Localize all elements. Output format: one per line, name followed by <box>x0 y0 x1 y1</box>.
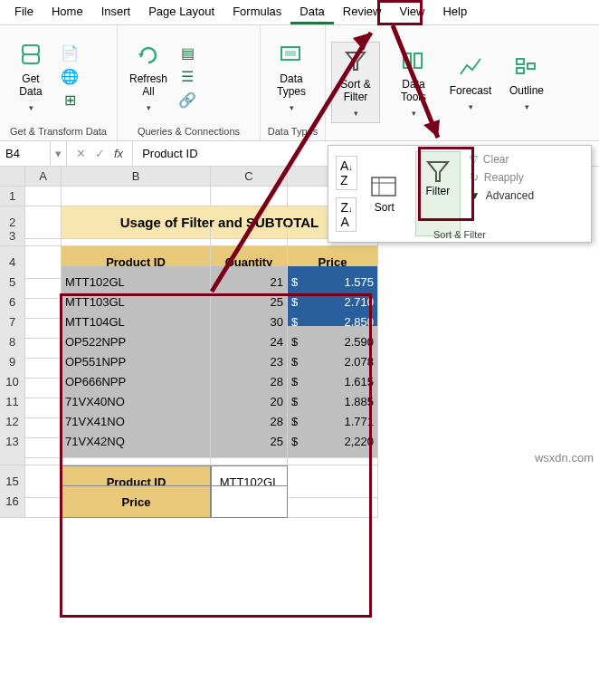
menu-review[interactable]: Review <box>334 0 391 24</box>
from-text-icon[interactable]: 📄 <box>60 43 80 63</box>
advanced-button[interactable]: ▼Advanced <box>470 189 585 202</box>
col-header[interactable]: B <box>62 167 211 187</box>
group-label: Data Types <box>266 124 319 140</box>
lookup-value[interactable] <box>211 485 288 518</box>
cell[interactable] <box>62 187 211 206</box>
enter-icon: ✓ <box>95 147 105 160</box>
cell[interactable] <box>25 187 62 206</box>
queries-icon[interactable]: ▤ <box>177 43 197 63</box>
cell[interactable] <box>62 226 211 246</box>
svg-rect-7 <box>414 53 422 68</box>
menu-bar: File Home Insert Page Layout Formulas Da… <box>0 0 599 25</box>
menu-formulas[interactable]: Formulas <box>223 0 290 24</box>
row-header[interactable]: 16 <box>0 485 25 518</box>
chevron-down-icon <box>469 100 473 112</box>
menu-home[interactable]: Home <box>43 0 92 24</box>
lookup-label: Price <box>62 485 211 518</box>
group-label: Get & Transform Data <box>5 124 111 140</box>
dropdown-footer: Sort & Filter <box>328 229 591 240</box>
funnel-icon <box>340 45 371 76</box>
cell[interactable] <box>211 226 288 246</box>
filter-button[interactable]: Filter <box>415 151 461 236</box>
clear-icon: ▽ <box>470 153 478 166</box>
cell[interactable] <box>25 226 62 246</box>
refresh-all-button[interactable]: Refresh All <box>123 36 174 118</box>
svg-rect-9 <box>517 68 524 73</box>
row-header[interactable] <box>0 446 25 465</box>
svg-rect-11 <box>372 177 395 196</box>
sort-filter-dropdown: A↓Z Z↓A Sort Filter ▽Clear ↻Reapply ▼Adv… <box>328 145 592 243</box>
chevron-down-icon <box>290 101 294 113</box>
chevron-down-icon <box>525 100 529 112</box>
forecast-button[interactable]: Forecast <box>447 42 494 123</box>
reapply-button: ↻Reapply <box>470 171 585 184</box>
advanced-icon: ▼ <box>470 189 480 202</box>
sort-icon <box>370 174 399 201</box>
svg-marker-5 <box>347 53 365 70</box>
sort-button[interactable]: Sort <box>365 174 404 214</box>
cell[interactable] <box>288 446 378 465</box>
data-types-button[interactable]: Data Types <box>266 36 317 118</box>
sort-asc-icon[interactable]: A↓Z <box>336 156 357 190</box>
group-label: Queries & Connections <box>123 124 254 140</box>
cell[interactable] <box>25 446 62 465</box>
menu-view[interactable]: View <box>390 0 433 24</box>
watermark: wsxdn.com <box>535 451 594 465</box>
svg-rect-1 <box>23 54 39 63</box>
svg-marker-2 <box>138 53 144 58</box>
chevron-down-icon <box>29 101 33 113</box>
name-box[interactable]: B4 <box>0 141 51 166</box>
svg-rect-10 <box>528 63 535 69</box>
cell[interactable] <box>62 446 211 465</box>
svg-rect-0 <box>23 45 39 54</box>
chevron-down-icon <box>412 106 416 119</box>
menu-insert[interactable]: Insert <box>92 0 140 24</box>
ribbon: Get Data 📄 🌐 ⊞ Get & Transform Data Refr… <box>0 25 599 141</box>
data-tools-icon <box>398 45 429 76</box>
queries-small-buttons[interactable]: ▤ ☰ 🔗 <box>177 43 197 110</box>
menu-file[interactable]: File <box>5 0 43 24</box>
chevron-down-icon <box>354 106 358 119</box>
cell[interactable] <box>211 187 288 206</box>
row-header[interactable]: 1 <box>0 187 25 206</box>
properties-icon[interactable]: ☰ <box>177 67 197 87</box>
from-web-icon[interactable]: 🌐 <box>60 67 80 87</box>
sort-desc-icon[interactable]: Z↓A <box>336 197 357 232</box>
cell[interactable] <box>211 446 288 465</box>
menu-help[interactable]: Help <box>433 0 476 24</box>
menu-pagelayout[interactable]: Page Layout <box>139 0 223 24</box>
get-data-button[interactable]: Get Data <box>5 36 56 118</box>
data-tools-button[interactable]: Data Tools <box>391 42 436 123</box>
cell[interactable] <box>288 485 378 518</box>
col-header[interactable]: A <box>25 167 62 187</box>
sort-filter-button[interactable]: Sort & Filter <box>331 42 380 123</box>
clear-button: ▽Clear <box>470 153 585 166</box>
get-data-icon <box>15 40 46 71</box>
outline-icon <box>511 52 542 82</box>
reapply-icon: ↻ <box>470 171 479 184</box>
col-header[interactable]: C <box>211 167 288 187</box>
name-box-dropdown[interactable]: ▾ <box>51 141 67 166</box>
row-header[interactable]: 3 <box>0 226 25 246</box>
cell[interactable] <box>25 485 62 518</box>
fx-icon[interactable]: fx <box>114 147 123 160</box>
svg-marker-14 <box>428 162 448 181</box>
forecast-icon <box>455 52 486 82</box>
svg-rect-6 <box>404 53 411 68</box>
chevron-down-icon <box>147 101 151 113</box>
outline-button[interactable]: Outline <box>505 42 548 123</box>
funnel-icon <box>424 158 452 185</box>
menu-data[interactable]: Data <box>290 0 333 24</box>
svg-rect-4 <box>285 51 296 56</box>
refresh-icon <box>133 40 164 71</box>
select-all[interactable] <box>0 167 25 187</box>
get-data-small-buttons[interactable]: 📄 🌐 ⊞ <box>60 43 80 110</box>
from-table-icon[interactable]: ⊞ <box>60 91 80 110</box>
links-icon[interactable]: 🔗 <box>177 91 197 110</box>
svg-rect-8 <box>517 59 524 64</box>
data-types-icon <box>276 40 307 71</box>
cancel-icon: ✕ <box>76 147 86 160</box>
